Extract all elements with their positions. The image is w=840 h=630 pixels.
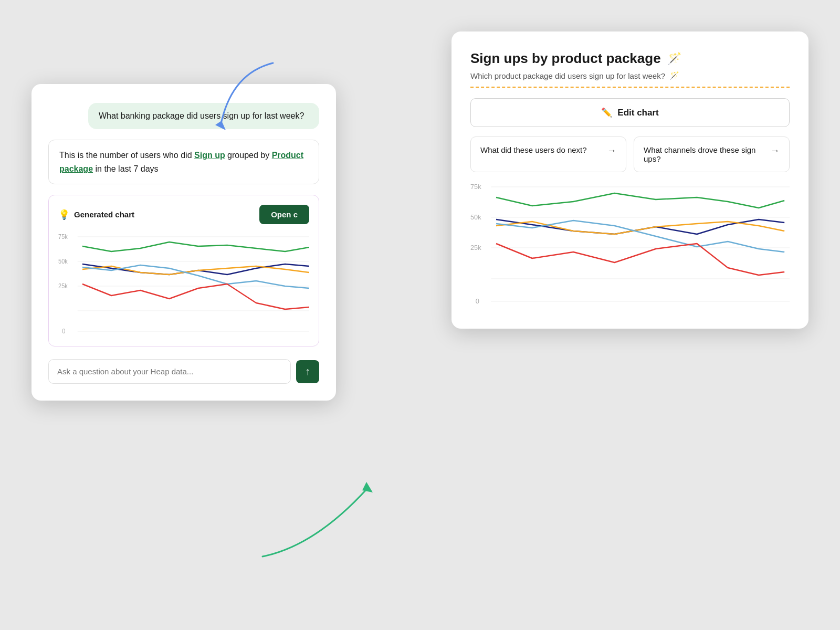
suggestion-text-2: What channels drove these sign ups? bbox=[644, 145, 765, 163]
generated-chart-header: 💡 Generated chart Open c bbox=[58, 205, 309, 224]
right-card-subtitle: Which product package did users sign up … bbox=[470, 71, 790, 88]
right-detail-card: Sign ups by product package 🪄 Which prod… bbox=[452, 32, 808, 329]
subtitle-icon: 🪄 bbox=[669, 71, 679, 80]
suggestion-row: What did these users do next? → What cha… bbox=[470, 136, 790, 172]
right-card-title: Sign ups by product package 🪄 bbox=[470, 50, 790, 67]
suggestion-card-1[interactable]: What did these users do next? → bbox=[470, 136, 626, 172]
suggestion-arrow-1: → bbox=[607, 145, 616, 156]
chat-input[interactable] bbox=[48, 359, 291, 384]
generated-chart-title: 💡 Generated chart bbox=[58, 209, 134, 220]
svg-text:75k: 75k bbox=[470, 183, 481, 191]
mini-chart: 75k 50k 25k 0 bbox=[58, 232, 309, 337]
svg-text:25k: 25k bbox=[470, 244, 481, 251]
answer-text-1: This is the number of users who did bbox=[59, 151, 194, 160]
edit-chart-label: Edit chart bbox=[617, 108, 658, 118]
open-chart-button[interactable]: Open c bbox=[259, 205, 309, 224]
bulb-icon: 💡 bbox=[58, 209, 70, 220]
svg-text:75k: 75k bbox=[58, 234, 68, 240]
generated-chart-label: Generated chart bbox=[74, 210, 134, 219]
left-chat-card: What banking package did users sign up f… bbox=[32, 84, 336, 401]
generated-chart-box: 💡 Generated chart Open c 75k 50k 25k 0 bbox=[48, 195, 319, 346]
edit-chart-button[interactable]: ✏️ Edit chart bbox=[470, 98, 790, 127]
user-message-text: What banking package did users sign up f… bbox=[99, 111, 304, 120]
svg-marker-1 bbox=[362, 482, 373, 492]
svg-text:25k: 25k bbox=[58, 283, 68, 289]
edit-icon: ✏️ bbox=[601, 107, 612, 118]
svg-text:0: 0 bbox=[476, 297, 479, 305]
svg-text:0: 0 bbox=[62, 328, 65, 334]
chat-input-row: ↑ bbox=[48, 359, 319, 384]
main-chart: 75k 50k 25k 0 bbox=[470, 182, 790, 308]
mini-chart-wrapper: 75k 50k 25k 0 bbox=[58, 232, 309, 339]
suggestion-arrow-2: → bbox=[770, 145, 780, 156]
wand-icon: 🪄 bbox=[667, 52, 681, 66]
sign-up-link[interactable]: Sign up bbox=[194, 151, 225, 160]
send-button[interactable]: ↑ bbox=[296, 360, 319, 383]
right-title-text: Sign ups by product package bbox=[470, 50, 661, 67]
svg-text:50k: 50k bbox=[58, 258, 68, 265]
answer-text-3: in the last 7 days bbox=[93, 164, 159, 173]
svg-text:50k: 50k bbox=[470, 213, 481, 221]
suggestion-text-1: What did these users do next? bbox=[480, 145, 587, 154]
green-arrow bbox=[252, 462, 399, 567]
subtitle-text: Which product package did users sign up … bbox=[470, 71, 665, 80]
chat-answer-box: This is the number of users who did Sign… bbox=[48, 140, 319, 184]
main-chart-wrapper: 75k 50k 25k 0 bbox=[470, 182, 790, 310]
user-message-bubble: What banking package did users sign up f… bbox=[88, 103, 319, 129]
answer-text-2: grouped by bbox=[225, 151, 272, 160]
suggestion-card-2[interactable]: What channels drove these sign ups? → bbox=[634, 136, 790, 172]
